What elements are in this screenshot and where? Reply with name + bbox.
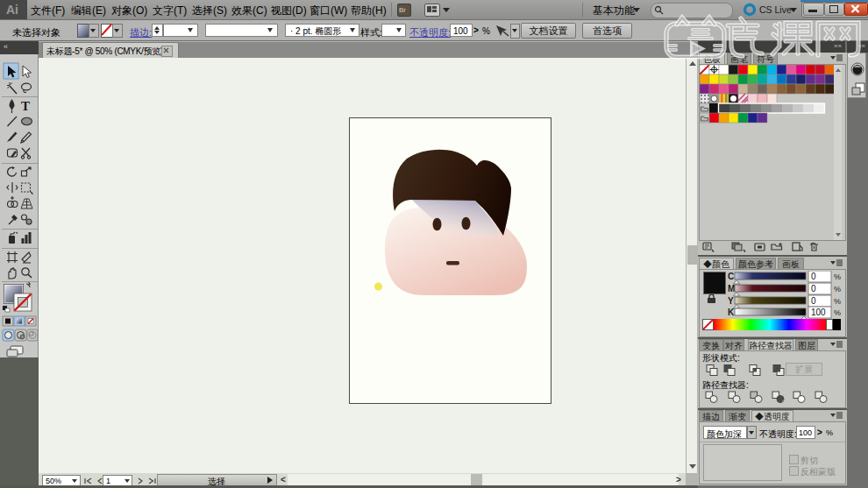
svg-text:100: 100 (811, 308, 826, 317)
svg-text:K: K (728, 308, 735, 317)
svg-text:T: T (21, 99, 30, 113)
svg-text:0: 0 (811, 284, 816, 294)
svg-text:%: % (834, 285, 841, 294)
svg-text:0: 0 (811, 296, 816, 306)
svg-text:%: % (834, 297, 841, 306)
svg-text:0: 0 (811, 272, 816, 281)
svg-text:Y: Y (728, 296, 734, 306)
svg-text:M: M (728, 284, 735, 294)
svg-text:%: % (834, 308, 841, 317)
svg-text:%: % (834, 272, 841, 281)
svg-text:C: C (728, 272, 734, 281)
